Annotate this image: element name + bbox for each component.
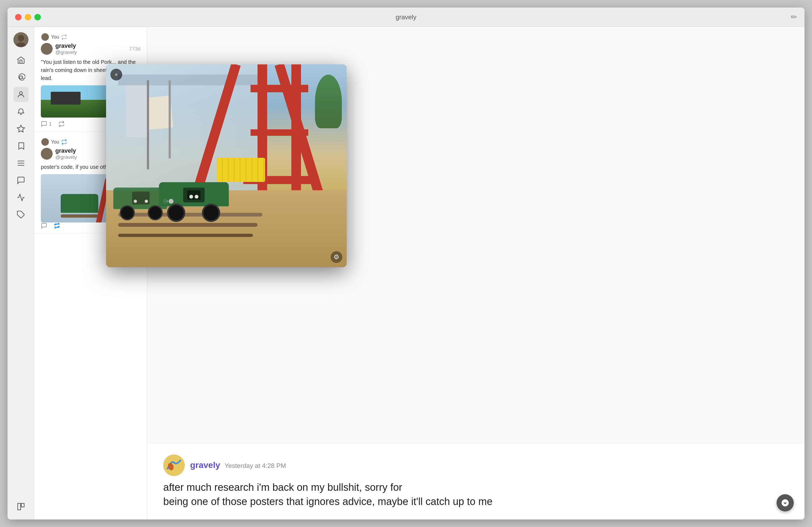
bottom-post-text: after much research i'm back on my bulls… — [163, 480, 788, 509]
boost-action-2[interactable] — [54, 223, 60, 229]
minimize-button[interactable] — [25, 14, 31, 20]
close-button[interactable] — [15, 14, 21, 20]
sidebar-bottom — [13, 499, 28, 514]
you-badge-row: You — [41, 33, 141, 41]
bridge-bar-mid — [250, 129, 308, 136]
image-modal-inner: × ⚙ — [106, 64, 347, 267]
scroll-to-bottom-button[interactable] — [777, 494, 794, 511]
modal-close-button[interactable]: × — [110, 69, 122, 80]
bottom-post-header: gravely Yesterday at 4:28 PM — [163, 454, 788, 476]
post-header: gravely @gravely 773d — [41, 42, 141, 55]
close-icon: × — [115, 72, 118, 78]
you-badge-avatar — [41, 33, 49, 41]
bottom-post-author: gravely — [190, 460, 220, 470]
svg-point-2 — [19, 76, 22, 79]
you-label: You — [51, 34, 59, 40]
bottom-post-line2: being one of those posters that ignores … — [163, 495, 788, 509]
bridge-bar-top — [250, 85, 308, 92]
svg-rect-10 — [21, 503, 24, 507]
post-author: gravely — [55, 42, 127, 49]
titlebar: gravely ✏ — [8, 7, 804, 27]
comment-action[interactable]: 1 — [41, 121, 52, 127]
svg-point-0 — [18, 35, 24, 41]
svg-point-3 — [19, 91, 22, 94]
sidebar-item-panel[interactable] — [13, 499, 28, 514]
yellow-container — [217, 158, 265, 182]
boost-action[interactable] — [58, 121, 65, 127]
sidebar-item-notifications[interactable] — [13, 104, 28, 119]
sidebar-item-lists[interactable] — [13, 156, 28, 171]
you-label-2: You — [51, 139, 59, 145]
comment-icon-2 — [41, 223, 47, 229]
comment-action-2[interactable] — [41, 223, 47, 229]
svg-point-11 — [163, 454, 185, 476]
rail-3 — [118, 234, 253, 237]
you-badge-avatar-2 — [41, 138, 49, 146]
traffic-lights — [15, 14, 41, 20]
bottom-post-meta: gravely Yesterday at 4:28 PM — [190, 460, 286, 470]
post-meta: gravely @gravely — [55, 42, 127, 55]
bottom-post-line1: after much research i'm back on my bulls… — [163, 480, 788, 495]
sidebar-item-explore[interactable] — [13, 121, 28, 136]
boost-small-icon — [61, 34, 67, 40]
boost-small-icon-2 — [61, 139, 67, 145]
comment-count: 1 — [49, 121, 52, 127]
sidebar-item-tags[interactable] — [13, 207, 28, 222]
sidebar-item-home[interactable] — [13, 52, 28, 67]
bottom-post: gravely Yesterday at 4:28 PM after much … — [147, 443, 804, 520]
train-car-green-2 — [113, 187, 172, 214]
user-avatar[interactable] — [13, 32, 28, 47]
post-avatar-2 — [41, 148, 53, 160]
sidebar-item-activity[interactable] — [13, 190, 28, 205]
bottom-post-avatar — [163, 454, 185, 476]
rail-2 — [118, 223, 258, 227]
boost-icon-2 — [54, 223, 60, 229]
sidebar-item-bookmarks[interactable] — [13, 138, 28, 153]
svg-point-1 — [16, 42, 26, 47]
scroll-down-icon — [781, 499, 789, 507]
sidebar-item-mentions[interactable] — [13, 70, 28, 85]
bg-plant — [315, 75, 342, 128]
settings-gear-icon: ⚙ — [334, 253, 339, 261]
bottom-post-time: Yesterday at 4:28 PM — [225, 462, 286, 469]
post-timestamp: 773d — [129, 46, 141, 52]
post-handle: @gravely — [55, 49, 127, 55]
sidebar-item-messages[interactable] — [13, 173, 28, 188]
svg-rect-9 — [18, 503, 21, 510]
sidebar-item-profile[interactable] — [13, 87, 28, 102]
sidebar — [8, 27, 34, 520]
maximize-button[interactable] — [34, 14, 41, 20]
comment-icon — [41, 121, 47, 127]
window-title: gravely — [395, 13, 416, 21]
boost-icon — [58, 121, 65, 127]
modal-settings-button[interactable]: ⚙ — [331, 251, 342, 263]
compose-icon[interactable]: ✏ — [791, 13, 797, 21]
svg-marker-4 — [17, 125, 25, 132]
post-avatar — [41, 43, 53, 55]
image-modal[interactable]: × ⚙ — [106, 64, 347, 267]
